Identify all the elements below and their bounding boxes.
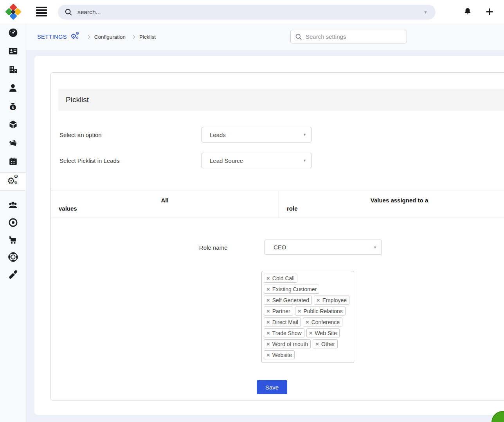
role-name-label: Role name: [199, 244, 228, 251]
tickets-icon: [8, 138, 18, 148]
content-card: Picklist Select an option Leads ▼ Select…: [34, 56, 504, 415]
role-select[interactable]: CEO ▼: [265, 240, 382, 255]
module-select-value: Leads: [210, 132, 226, 138]
sidebar-item-targets[interactable]: [0, 214, 26, 231]
remove-value-icon[interactable]: ×: [266, 286, 270, 292]
search-icon: [295, 33, 302, 41]
tab-all-values[interactable]: All values: [51, 191, 279, 218]
value-tag-label: Employee: [322, 297, 347, 303]
sidebar-item-support[interactable]: [0, 248, 26, 265]
content-background: Picklist Select an option Leads ▼ Select…: [26, 50, 504, 422]
remove-value-icon[interactable]: ×: [315, 341, 319, 347]
notifications-button[interactable]: [462, 6, 473, 17]
sidebar-item-tools[interactable]: [0, 265, 26, 283]
sidebar-item-users[interactable]: [0, 197, 26, 214]
value-tag[interactable]: × Cold Call: [264, 274, 297, 283]
sidebar-item-calendar[interactable]: [0, 152, 26, 171]
sidebar-item-revenue[interactable]: $: [0, 97, 26, 115]
chevron-down-icon: ▼: [303, 159, 306, 162]
remove-value-icon[interactable]: ×: [298, 308, 301, 314]
module-select[interactable]: Leads ▼: [202, 127, 311, 142]
plus-icon: [485, 7, 494, 16]
life-ring-icon: [8, 252, 18, 262]
breadcrumb-settings-link[interactable]: SETTINGS: [37, 34, 67, 40]
value-tag[interactable]: × Other: [313, 339, 338, 348]
picklist-panel: Picklist Select an option Leads ▼ Select…: [50, 72, 504, 400]
global-search-placeholder: search...: [77, 9, 101, 16]
remove-value-icon[interactable]: ×: [266, 275, 270, 281]
settings-search-placeholder: Search settings: [306, 33, 346, 40]
bell-icon: [463, 7, 472, 16]
sidebar-item-dashboard[interactable]: [0, 23, 26, 42]
quick-create-button[interactable]: [484, 6, 495, 17]
page-title: Picklist: [66, 96, 89, 104]
product-box-icon: [8, 119, 18, 130]
global-search-input[interactable]: search... ▼: [58, 5, 436, 20]
target-icon: [8, 217, 18, 228]
value-tag[interactable]: × Website: [264, 350, 295, 359]
sidebar-item-purchases[interactable]: [0, 231, 26, 248]
value-tag[interactable]: × Public Relations: [295, 307, 346, 316]
value-tag-label: Partner: [272, 308, 290, 314]
value-tag-label: Public Relations: [303, 308, 342, 314]
remove-value-icon[interactable]: ×: [306, 319, 309, 325]
value-tag[interactable]: × Self Generated: [264, 296, 312, 305]
value-tag[interactable]: × Direct Mail: [264, 317, 301, 326]
picklist-select[interactable]: Lead Source ▼: [202, 153, 311, 168]
remove-value-icon[interactable]: ×: [317, 297, 320, 303]
value-tag[interactable]: × Conference: [303, 317, 342, 326]
value-tag[interactable]: × Existing Customer: [264, 285, 319, 294]
remove-value-icon[interactable]: ×: [266, 319, 270, 325]
value-tag[interactable]: × Web Site: [306, 328, 340, 337]
remove-value-icon[interactable]: ×: [266, 330, 270, 336]
settings-search-input[interactable]: Search settings: [290, 30, 407, 43]
remove-value-icon[interactable]: ×: [266, 341, 270, 347]
value-tag-label: Web Site: [315, 330, 337, 336]
sidebar-item-settings[interactable]: ⚙ ⚙ ⚙: [0, 172, 26, 191]
picklist-tabs: All values Values assigned to a role: [51, 191, 504, 218]
breadcrumb-item-picklist: Picklist: [139, 34, 156, 40]
contact-card-icon: [8, 46, 18, 56]
app-logo-icon: [5, 4, 21, 20]
calendar-icon: [8, 156, 18, 167]
sidebar-item-organizations[interactable]: [0, 60, 26, 79]
remove-value-icon[interactable]: ×: [266, 308, 270, 314]
value-tag[interactable]: × Employee: [314, 296, 349, 305]
search-icon: [64, 8, 73, 16]
value-tag-label: Cold Call: [272, 275, 295, 281]
remove-value-icon[interactable]: ×: [266, 352, 270, 358]
select-picklist-label: Select Picklist in Leads: [59, 157, 119, 164]
chevron-right-icon: [131, 35, 135, 39]
search-scope-caret-icon[interactable]: ▼: [423, 10, 428, 14]
value-tag-label: Trade Show: [272, 330, 302, 336]
menu-toggle-icon[interactable]: [36, 7, 47, 16]
dashboard-gauge-icon: [8, 27, 18, 38]
value-tag[interactable]: × Trade Show: [264, 328, 304, 337]
value-tag[interactable]: × Word of mouth: [264, 339, 311, 348]
assigned-values-multiselect[interactable]: × Cold Call × Existing Customer × Self G…: [261, 271, 354, 363]
sidebar-item-quotes[interactable]: [0, 134, 26, 152]
save-button[interactable]: Save: [257, 380, 287, 394]
svg-text:$: $: [12, 106, 14, 110]
sidebar-nav: $ ⚙ ⚙ ⚙: [0, 23, 26, 422]
remove-value-icon[interactable]: ×: [309, 330, 313, 336]
value-tag[interactable]: × Partner: [264, 307, 293, 316]
sidebar-item-contacts[interactable]: [0, 42, 26, 60]
value-tag-label: Self Generated: [272, 297, 309, 303]
users-group-icon: [7, 200, 18, 211]
app-logo[interactable]: [0, 0, 26, 23]
picklist-select-value: Lead Source: [210, 157, 243, 164]
sidebar-item-person[interactable]: [0, 79, 26, 97]
role-select-value: CEO: [274, 244, 286, 251]
buildings-icon: [8, 64, 18, 75]
remove-value-icon[interactable]: ×: [266, 297, 270, 303]
select-option-label: Select an option: [59, 132, 102, 138]
breadcrumb-item-configuration[interactable]: Configuration: [94, 34, 126, 40]
breadcrumb-settings-gears-icon[interactable]: ⚙ ⚙ ⚙: [70, 32, 81, 41]
sidebar-item-products[interactable]: [0, 115, 26, 134]
breadcrumb: SETTINGS ⚙ ⚙ ⚙ Configuration Picklist Se…: [26, 23, 504, 50]
settings-gears-icon: ⚙ ⚙ ⚙: [7, 176, 19, 187]
value-tag-label: Website: [272, 352, 292, 358]
tab-values-assigned-to-role[interactable]: Values assigned to a role: [279, 191, 504, 218]
value-tag-label: Conference: [311, 319, 340, 325]
